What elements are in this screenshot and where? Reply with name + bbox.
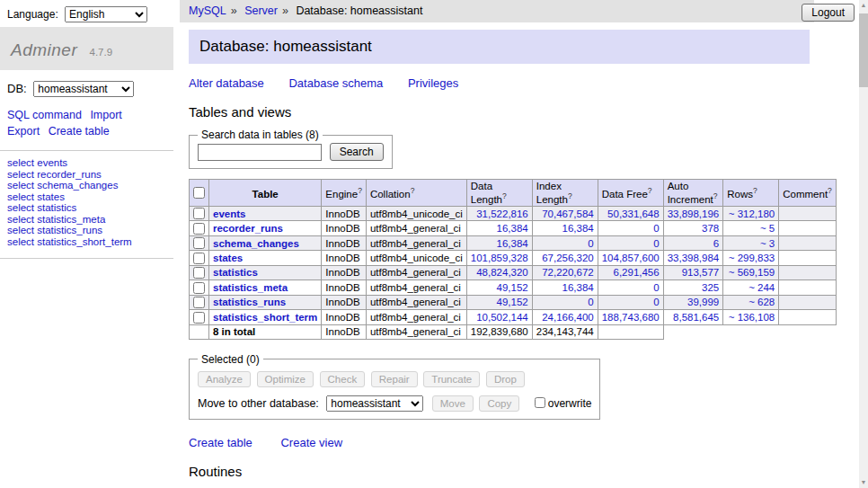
bulk-action-button[interactable]: Repair [371, 371, 418, 387]
column-help-icon[interactable]: ? [713, 191, 718, 200]
index-length-link[interactable]: 16,384 [562, 282, 594, 293]
data-length-link[interactable]: 16,384 [497, 238, 528, 249]
row-checkbox[interactable] [193, 253, 205, 264]
check-all-checkbox[interactable] [193, 187, 205, 199]
bulk-action-button[interactable]: Analyze [198, 371, 251, 387]
rows-link[interactable]: ~ 244 [748, 282, 775, 293]
rows-link[interactable]: ~ 136,108 [729, 312, 775, 323]
data-length-link[interactable]: 16,384 [497, 223, 528, 234]
search-input[interactable] [198, 144, 322, 161]
column-help-icon[interactable]: ? [828, 186, 832, 195]
table-name-link[interactable]: statistics_runs [213, 297, 286, 307]
database-action-link[interactable]: Alter database [189, 76, 264, 90]
auto-increment-link[interactable]: 325 [702, 282, 719, 293]
bulk-action-button[interactable]: Drop [486, 371, 525, 387]
row-checkbox[interactable] [193, 297, 205, 308]
column-help-icon[interactable]: ? [648, 186, 652, 195]
table-select-link[interactable]: select states [7, 191, 65, 202]
data-free-link[interactable]: 50,331,648 [607, 209, 660, 219]
scrollbar[interactable]: ▲ ▼ [859, 0, 868, 488]
column-help-icon[interactable]: ? [411, 186, 415, 195]
move-db-select[interactable]: homeassistant [326, 395, 423, 412]
data-length-link[interactable]: 48,824,320 [476, 267, 528, 278]
create-link[interactable]: Create table [189, 436, 252, 449]
scrollbar-thumb[interactable] [859, 13, 868, 87]
index-length-link[interactable]: 16,384 [562, 223, 594, 234]
auto-increment-link[interactable]: 39,999 [687, 297, 719, 307]
column-help-icon[interactable]: ? [358, 186, 362, 195]
column-help-icon[interactable]: ? [753, 186, 757, 195]
data-free-link[interactable]: 0 [653, 223, 659, 234]
table-select-link[interactable]: select events [7, 157, 67, 168]
table-select-link[interactable]: select statistics_runs [7, 225, 102, 235]
logout-button[interactable]: Logout [802, 4, 855, 22]
app-name[interactable]: Adminer [11, 40, 77, 59]
data-length-link[interactable]: 10,502,144 [476, 312, 528, 323]
table-name-link[interactable]: states [213, 253, 243, 263]
table-name-link[interactable]: statistics_meta [213, 282, 288, 293]
data-length-link[interactable]: 49,152 [497, 297, 528, 307]
language-select[interactable]: English [65, 6, 147, 22]
index-length-link[interactable]: 70,467,584 [542, 209, 594, 219]
table-name-link[interactable]: statistics [213, 267, 258, 278]
scroll-down-icon[interactable]: ▼ [859, 477, 868, 488]
bulk-action-button[interactable]: Truncate [423, 371, 480, 387]
table-name-link[interactable]: statistics_short_term [213, 312, 317, 323]
breadcrumb-link[interactable]: MySQL [189, 4, 226, 17]
create-link[interactable]: Create view [280, 436, 342, 449]
index-length-link[interactable]: 24,166,400 [542, 312, 594, 323]
table-name-link[interactable]: recorder_runs [213, 223, 283, 234]
row-checkbox[interactable] [193, 208, 205, 219]
column-help-icon[interactable]: ? [568, 191, 572, 200]
sidebar-link[interactable]: Create table [49, 125, 110, 138]
table-select-link[interactable]: select statistics_meta [7, 214, 105, 225]
data-free-link[interactable]: 188,743,680 [602, 312, 660, 323]
auto-increment-link[interactable]: 33,898,196 [668, 209, 720, 219]
row-checkbox[interactable] [193, 312, 205, 324]
rows-link[interactable]: ~ 5 [760, 223, 775, 234]
table-name-link[interactable]: events [213, 209, 245, 219]
database-action-link[interactable]: Privileges [408, 76, 458, 90]
rows-link[interactable]: ~ 628 [748, 297, 775, 307]
row-checkbox[interactable] [193, 282, 205, 294]
table-select-link[interactable]: select statistics [7, 202, 76, 213]
sidebar-link[interactable]: SQL command [7, 109, 82, 121]
bulk-action-button[interactable]: Check [320, 371, 366, 387]
table-select-link[interactable]: select statistics_short_term [7, 236, 132, 247]
overwrite-checkbox[interactable] [535, 397, 545, 408]
row-checkbox[interactable] [193, 267, 205, 279]
index-length-link[interactable]: 0 [588, 238, 593, 249]
data-free-link[interactable]: 0 [653, 238, 659, 249]
index-length-link[interactable]: 72,220,672 [542, 267, 594, 278]
table-select-link[interactable]: select recorder_runs [7, 169, 102, 180]
row-checkbox[interactable] [193, 223, 205, 235]
auto-increment-link[interactable]: 913,577 [682, 267, 720, 278]
data-length-link[interactable]: 31,522,816 [476, 209, 528, 219]
rows-link[interactable]: ~ 3 [760, 238, 775, 249]
auto-increment-link[interactable]: 33,398,984 [668, 253, 720, 263]
rows-link[interactable]: ~ 569,159 [729, 267, 775, 278]
scroll-up-icon[interactable]: ▲ [859, 0, 868, 11]
data-length-link[interactable]: 49,152 [497, 282, 528, 293]
rows-link[interactable]: ~ 299,833 [729, 253, 775, 263]
database-action-link[interactable]: Database schema [288, 76, 383, 90]
table-select-link[interactable]: select schema_changes [7, 180, 118, 191]
index-length-link[interactable]: 0 [588, 297, 593, 307]
auto-increment-link[interactable]: 378 [702, 223, 719, 234]
search-button[interactable]: Search [330, 143, 384, 161]
column-help-icon[interactable]: ? [502, 191, 507, 200]
bulk-action-button[interactable]: Optimize [257, 371, 314, 387]
move-button[interactable]: Move [432, 395, 474, 412]
auto-increment-link[interactable]: 8,581,645 [673, 312, 719, 323]
sidebar-link[interactable]: Import [90, 109, 121, 121]
data-length-link[interactable]: 101,859,328 [471, 253, 528, 263]
data-free-link[interactable]: 6,291,456 [614, 267, 660, 278]
copy-button[interactable]: Copy [479, 395, 519, 412]
data-free-link[interactable]: 0 [653, 282, 659, 293]
data-free-link[interactable]: 104,857,600 [602, 253, 660, 263]
row-checkbox[interactable] [193, 237, 205, 249]
breadcrumb-link[interactable]: Server [244, 4, 278, 17]
rows-link[interactable]: ~ 312,180 [729, 209, 775, 219]
db-select[interactable]: homeassistant [33, 81, 134, 97]
table-name-link[interactable]: schema_changes [213, 238, 299, 249]
